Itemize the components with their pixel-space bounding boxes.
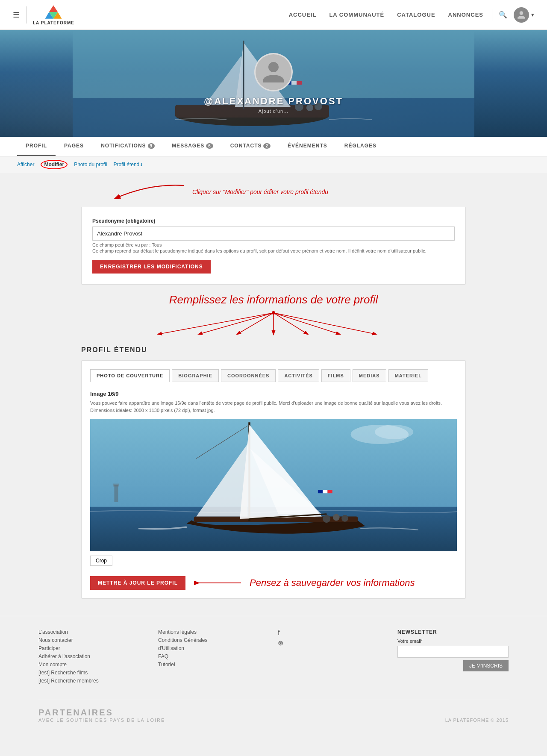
annotation-area: Cliquer sur "Modifier" pour éditer votre… [81,181,466,203]
avatar [514,7,529,23]
user-icon [517,10,526,20]
header-divider2 [492,9,492,21]
pseudo-input[interactable] [92,227,455,241]
svg-rect-37 [323,490,327,493]
svg-line-23 [274,313,340,334]
footer-link-compte[interactable]: Mon compte [38,662,150,668]
messages-badge: 6 [206,143,213,149]
tab-reglages[interactable]: RÉGLAGES [336,137,385,156]
sub-tab-modifier[interactable]: Modifier [41,160,68,169]
tab-messages[interactable]: MESSAGES6 [163,137,222,156]
header-right: 🔍 ▾ [492,7,534,23]
save-modifications-button[interactable]: ENREGISTRER LES MODIFICATIONS [92,260,211,274]
nav-annonces[interactable]: ANNONCES [448,12,483,18]
form-card: Pseudonyme (obligatoire) Ce champ peut ê… [81,207,466,285]
newsletter-title: NEWSLETTER [397,629,509,635]
svg-rect-38 [327,490,332,493]
nav-communaute[interactable]: LA COMMUNAUTÉ [329,12,384,18]
image-hint: Vous pouvez faire apparaître une image 1… [90,400,457,414]
svg-line-24 [274,313,376,334]
sub-tab-afficher[interactable]: Afficher [17,162,34,168]
footer-link-mentions[interactable]: Mentions légales [158,629,269,635]
sub-tab-profil-etendu[interactable]: Profil étendu [114,162,142,168]
footer-link-association[interactable]: L'association [38,629,150,635]
footer-link-test-membres[interactable]: [test] Recherche membres [38,678,150,684]
header: ☰ LA PLATEFORME ACCUEIL LA COMMUNAUTÉ CA… [0,0,547,30]
subscribe-button[interactable]: JE M'INSCRIS [463,660,509,671]
inner-tab-photo-couverture[interactable]: PHOTO DE COUVERTURE [90,369,170,382]
copyright: LA PLATEFORME © 2015 [445,718,509,723]
section-profil-etendu: PROFIL ÉTENDU [81,346,466,354]
svg-marker-0 [49,5,58,12]
tab-evenements[interactable]: ÉVÉNEMENTS [279,137,336,156]
save-annotation-area: Pensez à sauvegarder vos informations [194,577,415,589]
profile-avatar [254,53,293,91]
logo-area[interactable]: LA PLATEFORME [33,5,74,25]
footer-link-faq[interactable]: FAQ [158,653,269,659]
svg-rect-36 [318,490,323,493]
update-area: METTRE À JOUR LE PROFIL Pensez à sauvega… [90,576,457,590]
tab-pages[interactable]: PAGES [56,137,92,156]
sub-tab-photo-profil[interactable]: Photo du profil [74,162,107,168]
inner-tab-activites[interactable]: ACTIVITÉS [278,369,319,382]
save-arrow-svg [194,577,245,589]
pseudo-label: Pseudonyme (obligatoire) [92,218,455,224]
svg-point-41 [341,515,348,522]
sub-tabs: Afficher Modifier Photo du profil Profil… [0,156,547,173]
nav-accueil[interactable]: ACCUEIL [289,12,317,18]
footer-link-conditions[interactable]: Conditions Générales [158,637,269,643]
inner-tab-materiel[interactable]: MATERIEL [388,369,428,382]
inner-tab-medias[interactable]: MEDIAS [353,369,386,382]
pseudo-hint1: Ce champ peut être vu par : Tous [92,242,455,247]
menu-icon[interactable]: ☰ [13,10,20,20]
tab-contacts[interactable]: CONTACTS2 [222,137,279,156]
partenaires-area: PARTENAIRES AVEC LE SOUTIEN DES PAYS DE … [38,708,165,723]
inner-tabs: PHOTO DE COUVERTURE BIOGRAPHIE COORDONNÉ… [90,369,457,382]
profile-subtitle: Ajout d'un... [259,109,289,114]
contacts-badge: 2 [263,143,271,149]
crop-button[interactable]: Crop [90,556,112,566]
header-divider [26,6,26,24]
cover-image-preview [90,419,457,551]
pseudo-hint2: Ce champ reprend par défaut le pseudonym… [92,248,455,253]
search-icon[interactable]: 🔍 [499,11,507,19]
arrow-svg-1 [107,181,192,203]
facebook-icon[interactable]: f [278,629,389,637]
footer-link-participer[interactable]: Participer [38,645,150,651]
footer-col1: L'association Nous contacter Participer … [38,629,150,686]
nav-links: ACCUEIL LA COMMUNAUTÉ CATALOGUE ANNONCES [289,12,483,18]
save-annotation-text: Pensez à sauvegarder vos informations [250,577,415,588]
rss-icon[interactable]: ⊛ [278,639,389,647]
cover-photo: @ALEXANDRE PROVOST Ajout d'un... [0,30,547,137]
nav-catalogue[interactable]: CATALOGUE [397,12,435,18]
multi-arrow-svg [124,311,423,336]
tabs-bar: PROFIL PAGES NOTIFICATIONS9 MESSAGES6 CO… [0,137,547,156]
footer-link-tutoriel[interactable]: Tutoriel [158,662,269,668]
svg-line-19 [199,313,274,334]
svg-point-27 [375,425,413,439]
footer-grid: L'association Nous contacter Participer … [38,629,509,686]
footer-link-utilisation[interactable]: d'Utilisation [158,645,269,651]
update-profile-button[interactable]: METTRE À JOUR LE PROFIL [90,576,185,590]
partenaires-title: PARTENAIRES [38,708,165,718]
profile-username: @ALEXANDRE PROVOST [204,96,343,107]
arrows-annotation [81,311,466,338]
inner-tab-films[interactable]: FILMS [321,369,350,382]
tab-profil[interactable]: PROFIL [17,137,56,156]
tab-notifications[interactable]: NOTIFICATIONS9 [92,137,163,156]
footer-col2: Mentions légales Conditions Générales d'… [158,629,269,686]
sailboat-preview-svg [90,419,457,551]
footer-col4-newsletter: NEWSLETTER Votre email* JE M'INSCRIS [397,629,509,686]
svg-line-18 [158,313,274,334]
inner-tab-coordonnees[interactable]: COORDONNÉES [221,369,276,382]
footer-link-contact[interactable]: Nous contacter [38,637,150,643]
newsletter-email-input[interactable] [397,646,509,658]
avatar-button[interactable]: ▾ [514,7,534,23]
inner-tab-biographie[interactable]: BIOGRAPHIE [172,369,219,382]
main-content: Cliquer sur "Modifier" pour éditer votre… [73,173,474,616]
footer-link-test-films[interactable]: [test] Recherche films [38,670,150,676]
footer-link-adherer[interactable]: Adhérer à l'association [38,653,150,659]
logo-text: LA PLATEFORME [33,21,74,25]
annotation-text-1: Cliquer sur "Modifier" pour éditer votre… [192,188,328,195]
footer-bottom: PARTENAIRES AVEC LE SOUTIEN DES PAYS DE … [38,699,509,723]
